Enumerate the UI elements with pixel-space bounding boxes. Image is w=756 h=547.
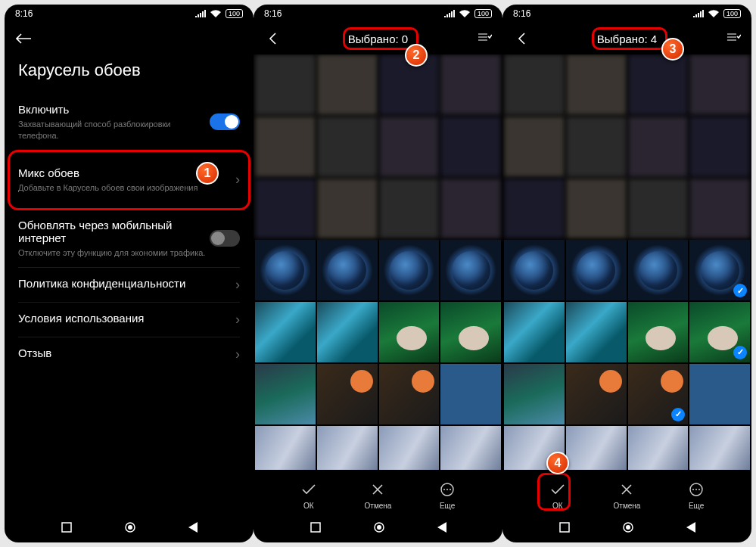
gallery-thumb[interactable] [504,117,565,177]
feedback-item[interactable]: Отзыв › [18,337,240,371]
status-time: 8:16 [264,8,282,19]
gallery-thumb[interactable] [317,54,378,115]
gallery-thumb[interactable] [628,54,689,115]
back-button[interactable] [264,30,281,47]
gallery-thumb[interactable] [689,54,750,115]
gallery-thumb[interactable] [255,364,316,424]
gallery-thumb[interactable] [440,117,501,177]
gallery-thumb[interactable] [317,240,378,300]
signal-icon [693,10,704,17]
gallery-thumb[interactable] [689,426,750,471]
gallery-thumb[interactable] [440,54,501,115]
more-button[interactable]: Еще [438,480,456,510]
mix-wallpaper-item[interactable]: Микс обоев Добавьте в Карусель обоев сво… [18,151,240,210]
nav-recent-icon[interactable] [559,522,570,536]
gallery-thumb[interactable] [255,117,316,177]
gallery-thumb[interactable] [440,179,501,239]
gallery-thumb[interactable] [379,117,440,177]
gallery-thumb[interactable] [566,426,627,471]
gallery-thumb[interactable] [379,179,440,239]
gallery-thumb[interactable] [504,302,565,362]
selected-count-title: Выбрано: 0 [348,33,408,45]
status-bar: 8:16 100 [502,5,751,23]
back-button[interactable] [513,30,530,47]
gallery-thumb[interactable] [440,302,501,362]
privacy-item[interactable]: Политика конфиденциальности › [18,268,240,303]
gallery-thumb[interactable] [689,117,750,177]
enable-desc: Захватывающий способ разблокировки телеф… [18,119,210,141]
gallery-thumb[interactable] [255,179,316,239]
marker-3: 3 [661,38,684,61]
bottom-actions: ОК Отмена Еще [254,470,502,515]
nav-home-icon[interactable] [373,521,385,536]
enable-toggle-item[interactable]: Включить Захватывающий способ разблокиро… [18,94,240,151]
gallery-thumb[interactable] [317,179,378,239]
gallery-thumb-selected[interactable]: ✓ [689,240,750,300]
gallery-thumb[interactable] [317,364,378,424]
gallery-thumb[interactable] [379,302,440,362]
gallery-thumb-selected[interactable]: ✓ [628,364,689,424]
gallery-thumb[interactable] [379,426,440,471]
gallery-thumb[interactable] [628,117,689,177]
nav-recent-icon[interactable] [310,522,321,536]
more-icon [438,480,456,499]
gallery-thumb[interactable] [566,179,627,239]
gallery-thumb[interactable] [317,426,378,471]
gallery-thumb[interactable] [504,364,565,424]
gallery-thumb[interactable] [379,364,440,424]
select-all-icon[interactable] [477,32,492,45]
gallery-thumb-selected[interactable]: ✓ [689,302,750,362]
gallery-thumb[interactable] [628,302,689,362]
nav-recent-icon[interactable] [61,522,72,536]
gallery-thumb[interactable] [440,364,501,424]
gallery-thumb[interactable] [504,240,565,300]
ok-button[interactable]: ОК [300,480,318,510]
gallery-thumb[interactable] [566,240,627,300]
gallery-thumb[interactable] [504,179,565,239]
gallery-thumb[interactable] [628,426,689,471]
mobile-label: Обновлять через мобильный интернет [18,219,210,244]
battery-icon: 100 [474,9,492,18]
mobile-toggle[interactable] [210,230,240,247]
gallery-thumb[interactable] [379,240,440,300]
nav-back-icon[interactable] [437,522,446,536]
nav-home-icon[interactable] [124,521,136,536]
gallery-thumb[interactable] [255,302,316,362]
enable-label: Включить [18,103,210,116]
cancel-button[interactable]: Отмена [365,480,392,510]
check-badge-icon: ✓ [671,408,685,421]
select-all-icon[interactable] [726,32,741,45]
nav-back-icon[interactable] [188,522,198,536]
more-button[interactable]: Еще [687,480,705,510]
gallery-thumb[interactable] [628,179,689,239]
enable-toggle[interactable] [210,113,240,130]
chevron-right-icon: › [235,347,240,362]
gallery-thumb[interactable] [440,240,501,300]
gallery-thumb[interactable] [566,54,627,115]
nav-home-icon[interactable] [622,521,634,536]
gallery-thumb[interactable] [255,54,316,115]
gallery-thumb[interactable] [317,302,378,362]
gallery-thumb[interactable] [255,426,316,471]
selected-count-title: Выбрано: 4 [597,33,657,45]
gallery-thumb[interactable] [566,302,627,362]
gallery-thumb[interactable] [628,240,689,300]
gallery-thumb[interactable] [566,364,627,424]
back-button[interactable] [15,30,32,47]
terms-item[interactable]: Условия использования › [18,303,240,337]
ok-button[interactable]: ОК [549,480,567,510]
gallery-thumb[interactable] [504,54,565,115]
chevron-right-icon: › [235,277,240,293]
gallery-thumb[interactable] [566,117,627,177]
nav-back-icon[interactable] [686,522,695,536]
phone-gallery-zero: 8:16 100 Выбрано: 0 2 [254,5,502,542]
gallery-thumb[interactable] [689,179,750,239]
gallery-thumb[interactable] [689,364,750,424]
gallery-thumb[interactable] [255,240,316,300]
battery-icon: 100 [723,9,741,18]
gallery-thumb[interactable] [440,426,501,471]
mobile-update-item[interactable]: Обновлять через мобильный интернет Отклю… [18,210,240,269]
gallery-thumb[interactable] [317,117,378,177]
more-icon [687,480,705,499]
cancel-button[interactable]: Отмена [614,480,641,510]
